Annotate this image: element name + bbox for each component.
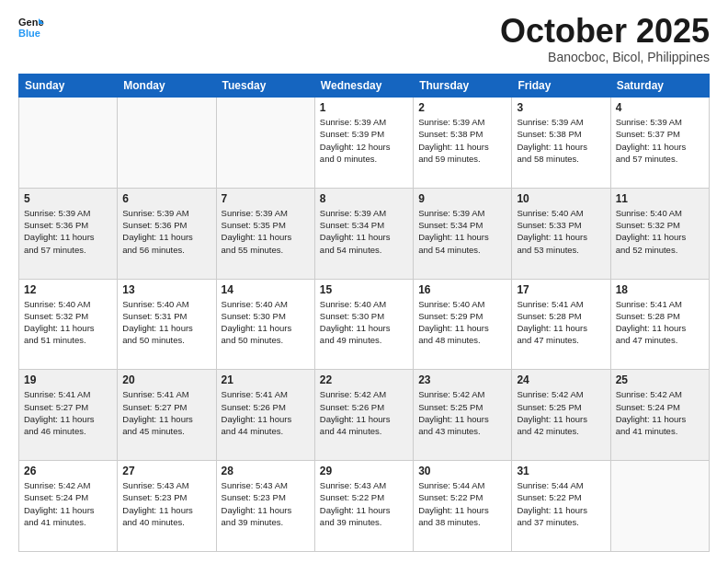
calendar-week-row: 12Sunrise: 5:40 AMSunset: 5:32 PMDayligh… xyxy=(19,279,710,370)
day-info: Sunrise: 5:39 AMSunset: 5:36 PMDaylight:… xyxy=(24,207,112,256)
day-number: 10 xyxy=(517,192,605,205)
svg-text:Blue: Blue xyxy=(18,28,40,39)
day-info: Sunrise: 5:39 AMSunset: 5:37 PMDaylight:… xyxy=(616,116,704,165)
day-number: 6 xyxy=(122,192,210,205)
table-row: 29Sunrise: 5:43 AMSunset: 5:22 PMDayligh… xyxy=(314,461,413,552)
header-friday: Friday xyxy=(512,75,610,98)
calendar-week-row: 19Sunrise: 5:41 AMSunset: 5:27 PMDayligh… xyxy=(19,370,710,461)
header-thursday: Thursday xyxy=(414,75,512,98)
table-row xyxy=(610,461,709,552)
day-info: Sunrise: 5:40 AMSunset: 5:30 PMDaylight:… xyxy=(222,298,310,347)
day-number: 30 xyxy=(418,465,506,477)
day-info: Sunrise: 5:43 AMSunset: 5:23 PMDaylight:… xyxy=(122,479,210,528)
day-info: Sunrise: 5:39 AMSunset: 5:34 PMDaylight:… xyxy=(418,207,506,256)
day-number: 31 xyxy=(517,465,605,477)
location-subtitle: Banocboc, Bicol, Philippines xyxy=(500,50,710,64)
table-row: 19Sunrise: 5:41 AMSunset: 5:27 PMDayligh… xyxy=(19,370,118,461)
day-info: Sunrise: 5:40 AMSunset: 5:32 PMDaylight:… xyxy=(616,207,704,256)
table-row: 26Sunrise: 5:42 AMSunset: 5:24 PMDayligh… xyxy=(19,461,118,552)
day-number: 27 xyxy=(122,465,210,477)
table-row: 27Sunrise: 5:43 AMSunset: 5:23 PMDayligh… xyxy=(118,461,216,552)
table-row: 24Sunrise: 5:42 AMSunset: 5:25 PMDayligh… xyxy=(512,370,610,461)
day-info: Sunrise: 5:41 AMSunset: 5:26 PMDaylight:… xyxy=(222,388,310,437)
table-row: 12Sunrise: 5:40 AMSunset: 5:32 PMDayligh… xyxy=(19,279,118,370)
table-row: 9Sunrise: 5:39 AMSunset: 5:34 PMDaylight… xyxy=(414,188,512,279)
calendar-week-row: 1Sunrise: 5:39 AMSunset: 5:39 PMDaylight… xyxy=(19,98,710,189)
table-row xyxy=(19,98,118,189)
table-row xyxy=(118,98,216,189)
day-info: Sunrise: 5:40 AMSunset: 5:32 PMDaylight:… xyxy=(24,298,112,347)
table-row: 4Sunrise: 5:39 AMSunset: 5:37 PMDaylight… xyxy=(610,98,709,189)
month-title: October 2025 xyxy=(500,15,710,48)
day-number: 21 xyxy=(222,373,310,386)
day-info: Sunrise: 5:39 AMSunset: 5:38 PMDaylight:… xyxy=(517,116,605,165)
day-number: 5 xyxy=(24,192,112,205)
table-row: 25Sunrise: 5:42 AMSunset: 5:24 PMDayligh… xyxy=(610,370,709,461)
table-row: 3Sunrise: 5:39 AMSunset: 5:38 PMDaylight… xyxy=(512,98,610,189)
day-info: Sunrise: 5:40 AMSunset: 5:29 PMDaylight:… xyxy=(418,298,506,347)
day-number: 11 xyxy=(616,192,704,205)
table-row: 21Sunrise: 5:41 AMSunset: 5:26 PMDayligh… xyxy=(216,370,314,461)
day-number: 8 xyxy=(320,192,408,205)
table-row: 17Sunrise: 5:41 AMSunset: 5:28 PMDayligh… xyxy=(512,279,610,370)
header-sunday: Sunday xyxy=(19,75,118,98)
table-row: 13Sunrise: 5:40 AMSunset: 5:31 PMDayligh… xyxy=(118,279,216,370)
day-number: 4 xyxy=(616,101,704,114)
calendar-week-row: 26Sunrise: 5:42 AMSunset: 5:24 PMDayligh… xyxy=(19,461,710,552)
day-number: 15 xyxy=(320,283,408,296)
day-info: Sunrise: 5:41 AMSunset: 5:28 PMDaylight:… xyxy=(616,298,704,347)
page: General Blue October 2025 Banocboc, Bico… xyxy=(0,0,728,563)
day-number: 3 xyxy=(517,101,605,114)
day-info: Sunrise: 5:42 AMSunset: 5:26 PMDaylight:… xyxy=(320,388,408,437)
day-info: Sunrise: 5:42 AMSunset: 5:24 PMDaylight:… xyxy=(24,479,112,528)
header-tuesday: Tuesday xyxy=(216,75,314,98)
title-block: October 2025 Banocboc, Bicol, Philippine… xyxy=(500,15,710,64)
day-info: Sunrise: 5:39 AMSunset: 5:39 PMDaylight:… xyxy=(320,116,408,165)
table-row xyxy=(216,98,314,189)
day-number: 25 xyxy=(616,373,704,386)
day-info: Sunrise: 5:43 AMSunset: 5:22 PMDaylight:… xyxy=(320,479,408,528)
day-number: 19 xyxy=(24,373,112,386)
table-row: 18Sunrise: 5:41 AMSunset: 5:28 PMDayligh… xyxy=(610,279,709,370)
table-row: 2Sunrise: 5:39 AMSunset: 5:38 PMDaylight… xyxy=(414,98,512,189)
day-info: Sunrise: 5:39 AMSunset: 5:34 PMDaylight:… xyxy=(320,207,408,256)
table-row: 7Sunrise: 5:39 AMSunset: 5:35 PMDaylight… xyxy=(216,188,314,279)
calendar-table: Sunday Monday Tuesday Wednesday Thursday… xyxy=(18,74,710,552)
header-saturday: Saturday xyxy=(610,75,709,98)
table-row: 10Sunrise: 5:40 AMSunset: 5:33 PMDayligh… xyxy=(512,188,610,279)
table-row: 31Sunrise: 5:44 AMSunset: 5:22 PMDayligh… xyxy=(512,461,610,552)
day-info: Sunrise: 5:41 AMSunset: 5:27 PMDaylight:… xyxy=(24,388,112,437)
day-number: 24 xyxy=(517,373,605,386)
table-row: 20Sunrise: 5:41 AMSunset: 5:27 PMDayligh… xyxy=(118,370,216,461)
table-row: 11Sunrise: 5:40 AMSunset: 5:32 PMDayligh… xyxy=(610,188,709,279)
day-number: 18 xyxy=(616,283,704,296)
day-info: Sunrise: 5:41 AMSunset: 5:28 PMDaylight:… xyxy=(517,298,605,347)
day-info: Sunrise: 5:39 AMSunset: 5:35 PMDaylight:… xyxy=(222,207,310,256)
day-number: 17 xyxy=(517,283,605,296)
table-row: 14Sunrise: 5:40 AMSunset: 5:30 PMDayligh… xyxy=(216,279,314,370)
logo-icon: General Blue xyxy=(18,15,44,40)
table-row: 22Sunrise: 5:42 AMSunset: 5:26 PMDayligh… xyxy=(314,370,413,461)
table-row: 5Sunrise: 5:39 AMSunset: 5:36 PMDaylight… xyxy=(19,188,118,279)
day-info: Sunrise: 5:44 AMSunset: 5:22 PMDaylight:… xyxy=(517,479,605,528)
logo: General Blue xyxy=(18,15,44,40)
day-number: 20 xyxy=(122,373,210,386)
day-info: Sunrise: 5:39 AMSunset: 5:36 PMDaylight:… xyxy=(122,207,210,256)
header-wednesday: Wednesday xyxy=(314,75,413,98)
day-info: Sunrise: 5:40 AMSunset: 5:33 PMDaylight:… xyxy=(517,207,605,256)
day-info: Sunrise: 5:42 AMSunset: 5:25 PMDaylight:… xyxy=(418,388,506,437)
day-info: Sunrise: 5:39 AMSunset: 5:38 PMDaylight:… xyxy=(418,116,506,165)
day-info: Sunrise: 5:42 AMSunset: 5:24 PMDaylight:… xyxy=(616,388,704,437)
table-row: 8Sunrise: 5:39 AMSunset: 5:34 PMDaylight… xyxy=(314,188,413,279)
day-number: 22 xyxy=(320,373,408,386)
day-number: 29 xyxy=(320,465,408,477)
table-row: 15Sunrise: 5:40 AMSunset: 5:30 PMDayligh… xyxy=(314,279,413,370)
day-number: 9 xyxy=(418,192,506,205)
day-info: Sunrise: 5:42 AMSunset: 5:25 PMDaylight:… xyxy=(517,388,605,437)
day-number: 16 xyxy=(418,283,506,296)
calendar-week-row: 5Sunrise: 5:39 AMSunset: 5:36 PMDaylight… xyxy=(19,188,710,279)
table-row: 1Sunrise: 5:39 AMSunset: 5:39 PMDaylight… xyxy=(314,98,413,189)
header: General Blue October 2025 Banocboc, Bico… xyxy=(18,15,710,64)
day-info: Sunrise: 5:44 AMSunset: 5:22 PMDaylight:… xyxy=(418,479,506,528)
header-monday: Monday xyxy=(118,75,216,98)
